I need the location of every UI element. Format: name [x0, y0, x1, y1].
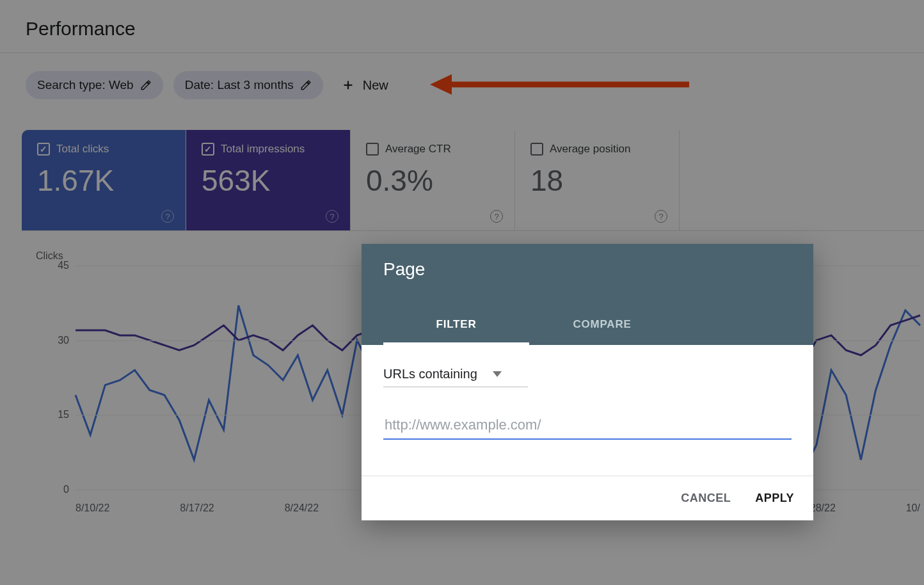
dialog-body: URLs containing — [362, 345, 813, 440]
select-value: URLs containing — [383, 367, 477, 381]
url-match-select[interactable]: URLs containing — [383, 367, 528, 387]
url-input[interactable] — [383, 413, 792, 440]
apply-button[interactable]: APPLY — [755, 492, 794, 505]
dialog-title: Page — [383, 259, 792, 280]
dialog-tabs: FILTER COMPARE — [383, 318, 792, 345]
dialog-footer: CANCEL APPLY — [362, 476, 813, 520]
dropdown-icon — [493, 371, 502, 378]
tab-filter[interactable]: FILTER — [383, 318, 529, 345]
tab-compare[interactable]: COMPARE — [529, 318, 675, 345]
cancel-button[interactable]: CANCEL — [681, 492, 731, 505]
dialog-header: Page FILTER COMPARE — [362, 244, 813, 345]
page-filter-dialog: Page FILTER COMPARE URLs containing CANC… — [362, 244, 813, 520]
svg-marker-4 — [493, 371, 502, 377]
